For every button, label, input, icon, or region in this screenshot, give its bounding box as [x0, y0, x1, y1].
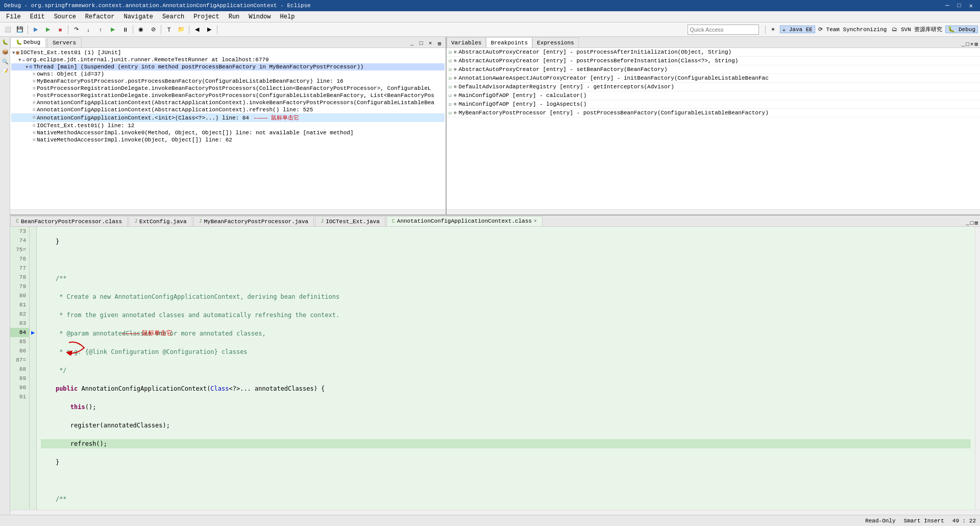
debug-scrollbar-h[interactable] [10, 209, 446, 214]
bp-check-8[interactable]: ☑ [449, 110, 452, 116]
sidebar-icon-1[interactable]: 🐛 [1, 38, 10, 47]
toolbar-stop[interactable]: ■ [55, 24, 66, 35]
minimize-panel-icon[interactable]: _ [408, 39, 416, 47]
bp-check-3[interactable]: ☑ [449, 66, 452, 73]
close-panel-icon[interactable]: × [426, 39, 434, 47]
tree-item-owns[interactable]: ≡ owns: Object (id=37) [11, 70, 445, 78]
bp-check-1[interactable]: ☑ [449, 49, 452, 55]
close-button[interactable]: ✕ [966, 2, 976, 10]
menu-source[interactable]: Source [50, 12, 80, 21]
bp-item-7[interactable]: ☑ ◉ MainConfigOfAOP [entry] - logAspects… [447, 100, 980, 109]
bp-item-2[interactable]: ☑ ◉ AbstractAutoProxyCreator [entry] - p… [447, 57, 980, 65]
sidebar-icon-2[interactable]: 📦 [1, 47, 10, 57]
sidebar-icon-4[interactable]: 📝 [1, 67, 10, 76]
bp-item-4[interactable]: ☑ ◉ AnnotationAwareAspectJAutoProxyCreat… [447, 74, 980, 83]
sidebar-icon-3[interactable]: 🔍 [1, 57, 10, 66]
main-layout: 🐛 📦 🔍 📝 🐛 Debug Servers [0, 37, 980, 515]
bp-item-6[interactable]: ☑ ◉ MainConfigOfAOP [entry] - calculator… [447, 91, 980, 100]
menu-search[interactable]: Search [158, 12, 188, 21]
debug-perspective[interactable]: 🐛 Debug [945, 26, 978, 33]
vars-scrollbar-h[interactable] [447, 209, 980, 214]
bp-check-4[interactable]: ☑ [449, 75, 452, 81]
tree-item-mybeanfactory[interactable]: ≡ MyBeanFactoryPostProcessor.postProcess… [11, 78, 445, 85]
tree-item-init[interactable]: ≡ AnnotationConfigApplicationContext.<in… [11, 113, 445, 122]
bp-label-2: AbstractAutoProxyCreator [entry] - postP… [458, 58, 738, 64]
tab-beanfactory-class[interactable]: C BeanFactoryPostProcessor.class [10, 216, 128, 226]
bp-check-7[interactable]: ☑ [449, 101, 452, 107]
menu-file[interactable]: File [2, 12, 25, 21]
open-perspective-button[interactable]: ☀ [768, 24, 779, 35]
tree-item-native[interactable]: ≡ NativeMethodAccessorImpl.invoke0(Metho… [11, 129, 445, 136]
menu-edit[interactable]: Edit [26, 12, 49, 21]
toolbar-run[interactable]: ▶ [42, 24, 54, 35]
menu-help[interactable]: Help [276, 12, 299, 21]
tree-item-post2[interactable]: ≡ PostProcessorRegistrationDelegate.invo… [11, 92, 445, 99]
maximize-panel-icon[interactable]: □ [417, 39, 425, 47]
java-ee-perspective[interactable]: ☕ Java EE [780, 26, 815, 33]
tree-item-runner[interactable]: ☕ org.eclipse.jdt.internal.junit.runner.… [11, 56, 445, 63]
toolbar-step-return[interactable]: ↑ [95, 24, 106, 35]
tree-item-thread[interactable]: ⚙ Thread [main] (Suspended (entry into m… [11, 63, 445, 70]
vars-minimize-icon[interactable]: _ [962, 41, 965, 47]
tree-item-junit[interactable]: ▣ IOCTest_Ext.test01 (1) [JUnit] [11, 49, 445, 56]
menu-navigate[interactable]: Navigate [119, 12, 157, 21]
vars-maximize-icon[interactable]: □ [966, 41, 969, 47]
more-options-icon[interactable]: ⊞ [435, 39, 444, 47]
vars-more-icon[interactable]: ⊞ [974, 41, 978, 47]
svn-perspective[interactable]: 🗂 SVN 资源库研究 [890, 26, 944, 33]
tree-item-refresh[interactable]: ≡ AnnotationConfigApplicationContext(Abs… [11, 106, 445, 113]
team-sync-perspective[interactable]: ⟳ Team Synchronizing [816, 26, 889, 33]
toolbar-suspend[interactable]: ⏸ [119, 24, 131, 35]
quick-access-input[interactable] [688, 25, 759, 35]
editor-more-icon[interactable]: ⊞ [974, 220, 978, 226]
title-bar-controls[interactable]: — □ ✕ [942, 2, 976, 10]
vars-close-icon[interactable]: × [970, 41, 974, 47]
toolbar-new[interactable]: ⬜ [2, 24, 13, 35]
editor-scrollbar-v[interactable] [975, 227, 980, 510]
tab-extconfig[interactable]: J ExtConfig.java [129, 216, 192, 226]
editor-minimize-icon[interactable]: _ [966, 220, 969, 226]
menu-run[interactable]: Run [225, 12, 244, 21]
tab-debug[interactable]: 🐛 Debug [10, 37, 46, 47]
bp-check-6[interactable]: ☑ [449, 92, 452, 99]
minimize-button[interactable]: — [942, 2, 952, 10]
bp-check-5[interactable]: ☑ [449, 84, 452, 90]
tab-expressions[interactable]: Expressions [532, 37, 579, 47]
tab-variables[interactable]: Variables [447, 37, 486, 47]
bp-item-3[interactable]: ☑ ◉ AbstractAutoProxyCreator [entry] - s… [447, 65, 980, 74]
toolbar-step-over[interactable]: ↷ [70, 24, 82, 35]
toolbar-open-resource[interactable]: 📁 [176, 24, 187, 35]
menu-window[interactable]: Window [244, 12, 275, 21]
toolbar-resume[interactable]: ▶ [107, 24, 118, 35]
toolbar-save[interactable]: 💾 [14, 24, 26, 35]
bp-check-2[interactable]: ☑ [449, 58, 452, 64]
toolbar-step-into[interactable]: ↓ [83, 24, 94, 35]
tree-item-native2[interactable]: ≡ NativeMethodAccessorImpl.invoke(Object… [11, 136, 445, 144]
bp-item-8[interactable]: ☑ ◉ MyBeanFactoryPostProcessor [entry] -… [447, 109, 980, 117]
toolbar-prev[interactable]: ◀ [191, 24, 203, 35]
tab-breakpoints[interactable]: Breakpoints [486, 37, 532, 47]
maximize-button[interactable]: □ [954, 2, 964, 10]
tree-item-post1[interactable]: ≡ PostProcessorRegistrationDelegate.invo… [11, 85, 445, 92]
toolbar-next[interactable]: ▶ [204, 24, 215, 35]
toolbar-open-type[interactable]: T [163, 24, 175, 35]
close-tab-icon[interactable]: × [534, 219, 537, 224]
toolbar-bp[interactable]: ◉ [135, 24, 146, 35]
editor-scrollbar-h[interactable] [10, 510, 980, 515]
tab-annotation-config[interactable]: C AnnotationConfigApplicationContext.cla… [386, 216, 543, 226]
bp-item-5[interactable]: ☑ ◉ DefaultAdvisorAdapterRegistry [entry… [447, 83, 980, 91]
tab-ioctest[interactable]: J IOCTest_Ext.java [315, 216, 385, 226]
tree-item-anno1[interactable]: ≡ AnnotationConfigApplicationContext(Abs… [11, 99, 445, 106]
menu-project[interactable]: Project [189, 12, 223, 21]
bp-item-1[interactable]: ☑ ◉ AbstractAutoProxyCreator [entry] - p… [447, 48, 980, 57]
toolbar-debug[interactable]: ▶ [30, 24, 41, 35]
code-content[interactable]: } /** * Create a new AnnotationConfigApp… [37, 227, 975, 510]
tree-item-ioctest[interactable]: ≡ IOCTest_Ext.test01() line: 12 [11, 122, 445, 129]
tree-mybeanfactory-label: MyBeanFactoryPostProcessor.postProcessBe… [37, 78, 344, 84]
tab-mybeanfactory[interactable]: J MyBeanFactoryPostProcessor.java [193, 216, 314, 226]
editor-maximize-icon[interactable]: □ [970, 220, 974, 226]
menu-refactor[interactable]: Refactor [81, 12, 119, 21]
gutter-80 [30, 291, 36, 300]
tab-servers[interactable]: Servers [47, 37, 82, 47]
toolbar-skip-bp[interactable]: ⊘ [148, 24, 159, 35]
